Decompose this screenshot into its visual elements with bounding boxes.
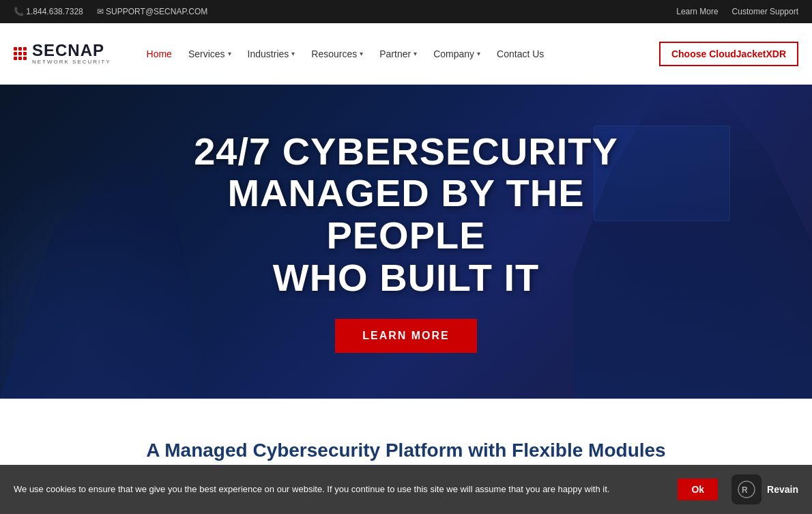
customer-support-link[interactable]: Customer Support [732, 7, 798, 16]
revain-icon: R [731, 474, 762, 489]
svg-text:R: R [742, 485, 748, 489]
industries-chevron-icon: ▾ [291, 50, 295, 57]
logo[interactable]: SECNAP NETWORK SECURITY [14, 42, 111, 66]
platform-title: A Managed Cybersecurity Platform with Fl… [14, 440, 798, 461]
phone-icon: 📞 [14, 7, 24, 16]
cookie-text: We use cookies to ensure that we give yo… [14, 483, 664, 489]
resources-chevron-icon: ▾ [360, 50, 363, 57]
company-chevron-icon: ▾ [477, 50, 480, 57]
hero-content: 24/7 CYBERSECURITY MANAGED BY THE PEOPLE… [147, 130, 665, 353]
nav-resources[interactable]: Resources ▾ [303, 43, 371, 65]
nav-services[interactable]: Services ▾ [180, 43, 240, 65]
hero-cta-button[interactable]: LEARN MORE [335, 319, 477, 353]
nav-industries[interactable]: Industries ▾ [240, 43, 304, 65]
email-icon: ✉ [97, 7, 104, 16]
navbar: SECNAP NETWORK SECURITY Home Services ▾ … [0, 23, 812, 85]
nav-home[interactable]: Home [139, 43, 180, 65]
nav-links: Home Services ▾ Industries ▾ Resources ▾… [139, 42, 798, 66]
revain-widget: R Revain [731, 474, 798, 489]
top-bar: 📞 1.844.638.7328 ✉ SUPPORT@SECNAP.COM Le… [0, 0, 812, 23]
phone-number[interactable]: 📞 1.844.638.7328 [14, 7, 83, 16]
nav-partner[interactable]: Partner ▾ [371, 43, 425, 65]
logo-text: SECNAP NETWORK SECURITY [32, 42, 111, 66]
hero-headline: 24/7 CYBERSECURITY MANAGED BY THE PEOPLE… [160, 130, 652, 298]
hero-section: 24/7 CYBERSECURITY MANAGED BY THE PEOPLE… [0, 85, 812, 399]
nav-company[interactable]: Company ▾ [425, 43, 489, 65]
partner-chevron-icon: ▾ [414, 50, 417, 57]
top-bar-left: 📞 1.844.638.7328 ✉ SUPPORT@SECNAP.COM [14, 7, 207, 16]
top-bar-right: Learn More Customer Support [676, 7, 798, 16]
nav-cta-button[interactable]: Choose CloudJacketXDR [659, 42, 798, 66]
cookie-bar: We use cookies to ensure that we give yo… [0, 465, 812, 489]
services-chevron-icon: ▾ [228, 50, 231, 57]
cookie-ok-button[interactable]: Ok [678, 479, 718, 489]
nav-contact[interactable]: Contact Us [489, 43, 552, 65]
email-link[interactable]: ✉ SUPPORT@SECNAP.COM [97, 7, 207, 16]
logo-icon [14, 47, 27, 60]
revain-label: Revain [767, 484, 798, 489]
learn-more-link[interactable]: Learn More [676, 7, 718, 16]
